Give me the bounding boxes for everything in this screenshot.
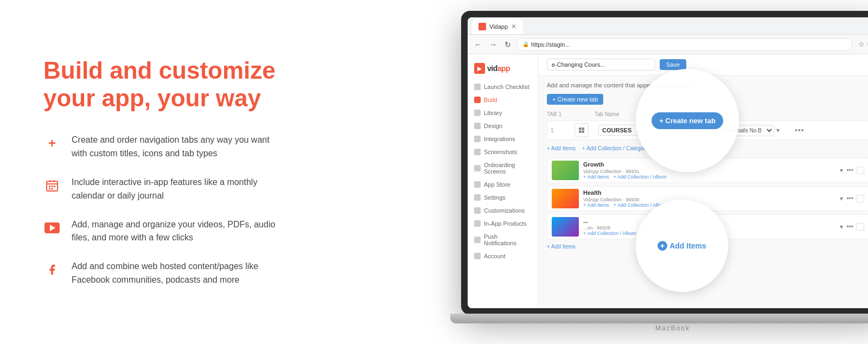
build-icon <box>474 97 481 103</box>
onboarding-icon <box>474 165 481 171</box>
third-dots-icon[interactable]: ••• <box>846 223 853 231</box>
left-panel: Build and customize your app, your way +… <box>0 24 380 320</box>
facebook-icon <box>43 261 61 278</box>
feature-item-videos: Add, manage and organize your videos, PD… <box>43 218 336 245</box>
screenshots-icon <box>474 149 481 155</box>
sidebar-item-onboarding[interactable]: Onboarding Screens <box>468 158 538 178</box>
growth-item-actions: ▾ ••• <box>840 167 864 174</box>
sidebar-item-design[interactable]: Design <box>468 119 538 132</box>
feature-text-videos: Add, manage and organize your videos, PD… <box>72 218 275 245</box>
logo-icon: ▶ <box>474 63 485 74</box>
growth-subtitle: VidApp Collection · 86931 <box>583 169 835 174</box>
lock-icon: 🔒 <box>522 41 529 47</box>
save-button[interactable]: Save <box>660 59 686 70</box>
account-icon <box>474 253 481 259</box>
svg-rect-9 <box>579 128 582 130</box>
health-item-actions: ▾ ••• <box>840 195 864 202</box>
sidebar-item-library[interactable]: Library <box>468 106 538 119</box>
svg-rect-11 <box>579 131 582 133</box>
create-tab-button[interactable]: + Create new tab <box>547 94 603 105</box>
customizations-icon <box>474 207 481 214</box>
sidebar-item-account[interactable]: Account <box>468 250 538 263</box>
tab-actions-icon[interactable]: ••• <box>795 126 811 135</box>
feature-item-facebook: Add and combine web hosted content/pages… <box>43 260 336 287</box>
svg-rect-3 <box>47 183 58 184</box>
checklist-icon <box>474 84 481 90</box>
thumb-health <box>552 189 579 208</box>
add-items-bubble: + Add Items <box>636 200 728 292</box>
main-heading: Build and customize your app, your way <box>43 57 336 112</box>
integrations-icon <box>474 136 481 142</box>
sidebar-item-in-app-products[interactable]: In-App Products <box>468 217 538 230</box>
app-name-input[interactable] <box>547 59 655 71</box>
browser-topbar: Vidapp ✕ <box>468 17 868 35</box>
browser-tab[interactable]: Vidapp ✕ <box>472 19 523 34</box>
feature-text-facebook: Add and combine web hosted content/pages… <box>72 260 258 287</box>
growth-chevron-icon[interactable]: ▾ <box>840 167 843 174</box>
browser-nav: ← → ↻ 🔒 https://stagin... ☆ ⚙ <box>468 35 868 54</box>
growth-add-collection[interactable]: Add Collection / Album <box>614 174 667 180</box>
plus-icon: + <box>43 135 61 152</box>
health-add-items[interactable]: Add Items <box>583 202 609 208</box>
macbook-wrapper: Vidapp ✕ ← → ↻ 🔒 https://stagin... <box>461 11 868 331</box>
sidebar-item-launch-checklist[interactable]: Launch Checklist <box>468 80 538 93</box>
sidebar-item-settings[interactable]: Settings <box>468 191 538 204</box>
notifications-icon <box>474 237 481 243</box>
sidebar-item-customizations[interactable]: Customizations <box>468 204 538 217</box>
add-items-bubble-button[interactable]: + Add Items <box>658 241 706 251</box>
tab-close-icon[interactable]: ✕ <box>511 23 516 30</box>
feature-text-calendar: Include interactive in-app features like… <box>72 176 257 203</box>
right-panel: Vidapp ✕ ← → ↻ 🔒 https://stagin... <box>380 0 868 344</box>
star-icon[interactable]: ☆ <box>858 40 865 48</box>
third-checkbox[interactable] <box>857 223 864 231</box>
health-checkbox[interactable] <box>857 195 864 202</box>
sidebar-item-app-store[interactable]: App Store <box>468 178 538 191</box>
refresh-button[interactable]: ↻ <box>502 39 513 50</box>
calendar-icon <box>43 177 61 194</box>
sidebar-item-push-notifications[interactable]: Push Notifications <box>468 230 538 250</box>
settings-sidebar-icon <box>474 194 481 201</box>
svg-rect-2 <box>54 180 55 182</box>
health-chevron-icon[interactable]: ▾ <box>840 195 843 202</box>
feature-item-tabs: + Create and order navigation tabs any w… <box>43 133 336 161</box>
add-items-plus-icon: + <box>658 241 667 251</box>
address-bar[interactable]: 🔒 https://stagin... <box>516 38 853 51</box>
products-icon <box>474 220 481 227</box>
design-icon <box>474 123 481 129</box>
create-new-tab-bubble-button[interactable]: + Create new tab <box>652 112 723 129</box>
browser-actions: ☆ ⚙ <box>858 40 868 48</box>
tab-strip: Vidapp ✕ <box>472 17 523 34</box>
back-button[interactable]: ← <box>472 39 484 50</box>
growth-add-items[interactable]: Add Items <box>583 174 609 180</box>
tab-favicon <box>478 23 486 30</box>
sidebar-item-build[interactable]: Build <box>468 93 538 106</box>
growth-checkbox[interactable] <box>857 167 864 174</box>
add-items-link[interactable]: Add Items <box>547 145 576 151</box>
content-info-health: Health VidApp Collection · 86930 Add Ite… <box>583 189 835 208</box>
tab-number: 1 <box>551 128 572 133</box>
bottom-add-items-link[interactable]: Add Items <box>547 244 576 250</box>
address-text: https://stagin... <box>531 41 570 48</box>
tab-title: Vidapp <box>489 23 508 30</box>
svg-rect-12 <box>582 131 585 133</box>
health-dots-icon[interactable]: ••• <box>846 195 853 202</box>
svg-rect-6 <box>54 186 55 187</box>
thumb-third <box>552 217 579 237</box>
tab-icon-box[interactable] <box>575 123 589 137</box>
third-chevron-icon[interactable]: ▾ <box>840 223 843 231</box>
third-add-collection[interactable]: Add Collection / Album <box>583 231 636 236</box>
app-store-icon <box>474 181 481 188</box>
chevron-down-icon[interactable]: ▾ <box>776 126 793 134</box>
growth-actions: Add Items Add Collection / Album <box>583 174 835 180</box>
sidebar-item-screenshots[interactable]: Screenshots <box>468 145 538 158</box>
svg-rect-4 <box>49 186 50 187</box>
sidebar-item-integrations[interactable]: Integrations <box>468 132 538 145</box>
growth-dots-icon[interactable]: ••• <box>846 167 853 174</box>
third-item-actions: ▾ ••• <box>840 223 864 231</box>
logo-text: vidapp <box>487 64 510 73</box>
add-collection-link[interactable]: Add Collection / Category <box>582 145 648 151</box>
svg-rect-8 <box>52 188 53 190</box>
forward-button[interactable]: → <box>487 39 499 50</box>
create-new-tab-bubble: + Create new tab <box>636 69 739 172</box>
feature-text-tabs: Create and order navigation tabs any way… <box>72 133 270 161</box>
